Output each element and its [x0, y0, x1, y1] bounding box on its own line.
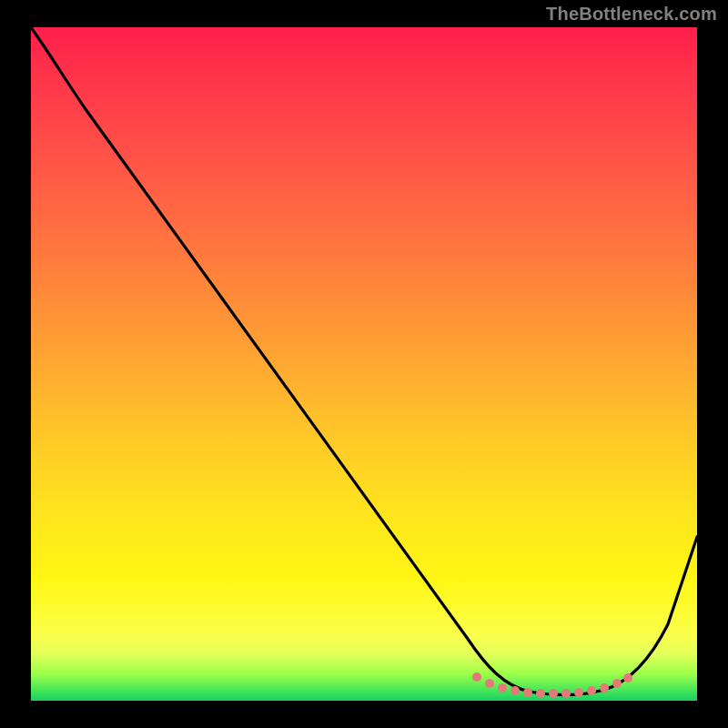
- svg-point-11: [612, 679, 622, 688]
- trough-band: [472, 672, 632, 698]
- svg-point-8: [574, 688, 583, 697]
- chart-stage: TheBottleneck.com: [0, 0, 728, 728]
- svg-point-2: [498, 683, 507, 693]
- svg-point-10: [600, 683, 609, 693]
- svg-point-9: [587, 686, 596, 695]
- main-curve: [31, 27, 697, 695]
- watermark-text: TheBottleneck.com: [546, 4, 717, 25]
- svg-point-4: [523, 688, 532, 697]
- svg-point-1: [485, 679, 494, 688]
- svg-point-5: [536, 689, 545, 698]
- curve-layer: [31, 27, 697, 701]
- svg-point-3: [511, 686, 520, 695]
- svg-point-0: [472, 672, 481, 682]
- svg-point-6: [549, 689, 558, 698]
- plot-area: [31, 27, 697, 701]
- svg-point-7: [561, 689, 571, 698]
- svg-point-12: [623, 673, 632, 682]
